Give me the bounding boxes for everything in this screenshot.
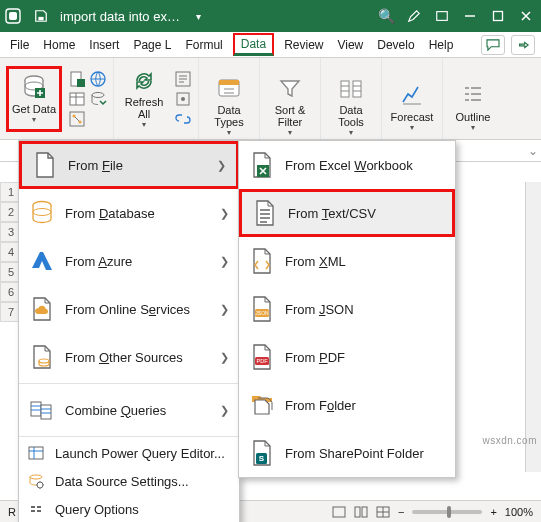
- menu-from-json[interactable]: JSON From JSON: [239, 285, 455, 333]
- comments-button[interactable]: [481, 35, 505, 55]
- save-icon[interactable]: [32, 7, 50, 25]
- svg-text:PDF: PDF: [257, 358, 269, 364]
- existing-connections-small-icon[interactable]: [68, 110, 86, 128]
- zoom-out-icon[interactable]: −: [398, 506, 404, 518]
- menu-query-options[interactable]: Query Options: [19, 495, 239, 522]
- tab-insert[interactable]: Insert: [85, 34, 123, 56]
- edit-links-icon[interactable]: [174, 110, 192, 128]
- get-data-button[interactable]: Get Data ▾: [10, 70, 58, 128]
- menu-from-azure[interactable]: From Azure ❯: [19, 237, 239, 285]
- svg-rect-24: [333, 507, 345, 517]
- minimize-icon[interactable]: [461, 7, 479, 25]
- menu-label: Data Source Settings...: [55, 474, 229, 489]
- pen-icon[interactable]: [405, 7, 423, 25]
- chevron-right-icon: ❯: [220, 303, 229, 316]
- svg-text:S: S: [259, 454, 265, 463]
- chevron-down-icon: ▾: [227, 129, 231, 138]
- refresh-all-button[interactable]: Refresh All ▾: [120, 70, 168, 128]
- group-outline: Outline ▾: [443, 58, 503, 139]
- menu-from-sharepoint-folder[interactable]: S From SharePoint Folder: [239, 429, 455, 477]
- combine-queries-icon: [29, 397, 55, 423]
- svg-rect-36: [31, 506, 35, 508]
- tab-view[interactable]: View: [333, 34, 367, 56]
- menu-data-source-settings[interactable]: Data Source Settings...: [19, 467, 239, 495]
- menu-from-excel-workbook[interactable]: From Excel Workbook: [239, 141, 455, 189]
- tab-review[interactable]: Review: [280, 34, 327, 56]
- zoom-level[interactable]: 100%: [505, 506, 533, 518]
- expand-formula-icon[interactable]: ⌄: [525, 144, 541, 158]
- tab-formulas[interactable]: Formul: [181, 34, 226, 56]
- menu-label: From Text/CSV: [288, 206, 442, 221]
- from-table-small-icon[interactable]: [68, 90, 86, 108]
- outline-icon: [459, 81, 487, 109]
- zoom-in-icon[interactable]: +: [490, 506, 496, 518]
- svg-rect-22: [341, 81, 349, 97]
- search-icon[interactable]: 🔍: [377, 7, 395, 25]
- queries-connections-icon[interactable]: [174, 70, 192, 88]
- svg-rect-39: [37, 510, 41, 512]
- ribbon-options-icon[interactable]: [433, 7, 451, 25]
- menu-from-file[interactable]: From File ❯: [19, 141, 239, 189]
- tab-page-layout[interactable]: Page L: [129, 34, 175, 56]
- svg-text:JSON: JSON: [255, 310, 269, 316]
- forecast-button[interactable]: Forecast ▾: [388, 78, 436, 136]
- menu-label: Launch Power Query Editor...: [55, 446, 229, 461]
- view-normal-icon[interactable]: [332, 506, 346, 518]
- sort-filter-button[interactable]: Sort & Filter ▾: [266, 78, 314, 136]
- chevron-right-icon: ❯: [220, 255, 229, 268]
- svg-rect-3: [437, 12, 448, 21]
- from-file-submenu: From Excel Workbook From Text/CSV From X…: [238, 140, 456, 478]
- svg-rect-23: [353, 81, 361, 97]
- chevron-down-icon: ▾: [349, 129, 353, 138]
- share-button[interactable]: [511, 35, 535, 55]
- dropdown-icon[interactable]: ▾: [190, 7, 208, 25]
- data-types-button[interactable]: Data Types ▾: [205, 78, 253, 136]
- sharepoint-icon: S: [249, 440, 275, 466]
- tab-home[interactable]: Home: [39, 34, 79, 56]
- group-forecast: Forecast ▾: [382, 58, 443, 139]
- menu-from-folder[interactable]: From Folder: [239, 381, 455, 429]
- outline-button[interactable]: Outline ▾: [449, 78, 497, 136]
- recent-sources-small-icon[interactable]: [89, 90, 107, 108]
- tab-help[interactable]: Help: [425, 34, 458, 56]
- ribbon: Get Data ▾: [0, 58, 541, 140]
- maximize-icon[interactable]: [489, 7, 507, 25]
- menu-label: From Online Services: [65, 302, 210, 317]
- get-data-small-buttons: [68, 70, 107, 128]
- close-icon[interactable]: [517, 7, 535, 25]
- menu-label: From JSON: [285, 302, 445, 317]
- menu-from-xml[interactable]: From XML: [239, 237, 455, 285]
- group-sort-filter: Sort & Filter ▾: [260, 58, 321, 139]
- menu-launch-power-query[interactable]: Launch Power Query Editor...: [19, 439, 239, 467]
- menu-from-other-sources[interactable]: From Other Sources ❯: [19, 333, 239, 381]
- zoom-slider[interactable]: [412, 510, 482, 514]
- data-tools-button[interactable]: Data Tools ▾: [327, 78, 375, 136]
- menu-from-online-services[interactable]: From Online Services ❯: [19, 285, 239, 333]
- autosave-icon[interactable]: [4, 7, 22, 25]
- forecast-icon: [398, 81, 426, 109]
- tab-data[interactable]: Data: [233, 33, 274, 56]
- menu-from-pdf[interactable]: PDF From PDF: [239, 333, 455, 381]
- other-sources-icon: [29, 344, 55, 370]
- menu-from-database[interactable]: From Database ❯: [19, 189, 239, 237]
- svg-rect-31: [31, 402, 41, 416]
- filter-icon: [276, 76, 304, 102]
- from-web-small-icon[interactable]: [89, 70, 107, 88]
- from-text-small-icon[interactable]: [68, 70, 86, 88]
- view-page-break-icon[interactable]: [376, 506, 390, 518]
- refresh-all-label: Refresh All: [120, 96, 168, 120]
- menu-combine-queries[interactable]: Combine Queries ❯: [19, 386, 239, 434]
- chevron-down-icon: ▾: [288, 129, 292, 138]
- svg-point-19: [181, 97, 185, 101]
- tab-file[interactable]: File: [6, 34, 33, 56]
- tab-developer[interactable]: Develo: [373, 34, 418, 56]
- menu-from-text-csv[interactable]: From Text/CSV: [239, 189, 455, 237]
- chevron-right-icon: ❯: [220, 404, 229, 417]
- chevron-down-icon: ▾: [142, 121, 146, 130]
- view-page-layout-icon[interactable]: [354, 506, 368, 518]
- get-data-label: Get Data: [12, 103, 56, 115]
- svg-rect-21: [219, 80, 239, 85]
- vertical-scrollbar[interactable]: [525, 182, 541, 472]
- svg-rect-1: [9, 12, 17, 20]
- properties-icon[interactable]: [174, 90, 192, 108]
